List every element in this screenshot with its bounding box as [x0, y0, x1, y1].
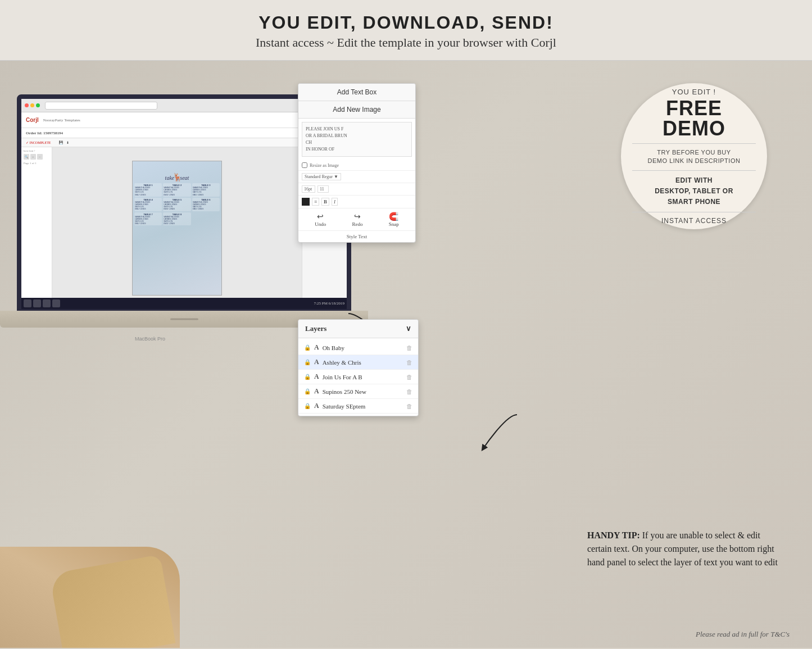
tool-btn-1[interactable]: 🔍	[24, 154, 29, 160]
table-6: TABLE 6 SAMANTHA JONESCARMEN JONESSMITH …	[192, 198, 220, 211]
text-align-btn[interactable]: ≡	[312, 198, 319, 206]
table-1-names: SAMANTHA JONESCARMEN JONESSMITH LYNEMILY…	[135, 187, 161, 196]
taskbar-icon-4	[52, 299, 60, 307]
layer-delete-join-us[interactable]: 🗑	[406, 374, 412, 380]
demo-edit-with: EDIT WITH DESKTOP, TABLET OR SMART PHONE	[655, 175, 733, 208]
demo-instant: INSTANT ACCESS	[661, 217, 727, 225]
order-id: Order Id: 1509758194	[26, 131, 63, 135]
tool-btn-2[interactable]: +	[30, 154, 36, 160]
layer-delete-supinos[interactable]: 🗑	[406, 388, 412, 395]
browser-dot-yellow	[30, 103, 34, 107]
line-height-input[interactable]: 11	[317, 185, 329, 193]
layer-item-join-us[interactable]: 🔒 A Join Us For A B 🗑	[298, 370, 418, 384]
footnote: Please read ad in full for T&C's	[696, 630, 790, 639]
popup-text-preview: PLEASE JOIN US FOR A BRIDAL BRUNCHIN HON…	[306, 126, 408, 153]
layer-name-join-us: Join Us For A B	[323, 374, 403, 380]
table-2: TABLE 2 SAMANTHA JONESCARMEN JONESSMITH …	[163, 183, 190, 197]
layer-item-saturday[interactable]: 🔒 A Saturday SEptem 🗑	[298, 399, 418, 414]
sidebar-label: best font ↑	[24, 149, 49, 152]
editor-popup: Add Text Box Add New Image PLEASE JOIN U…	[298, 83, 416, 243]
demo-divider-2	[632, 170, 756, 171]
table-7: TABLE 7 SAMANTHA JONESCARMEN JONESSMITH …	[134, 212, 162, 226]
layer-delete-oh-baby[interactable]: 🗑	[406, 344, 412, 351]
demo-free-label: FREE DEMO	[632, 98, 756, 139]
layer-lock-ashley: 🔒	[304, 359, 311, 365]
popup-controls: ↩ Undo ↪ Redo 🧲 Snap	[298, 208, 415, 230]
corjl-brand: NoorayParty Templates	[43, 118, 80, 122]
top-banner: YOU EDIT, DOWNLOAD, SEND! Instant access…	[0, 0, 812, 61]
browser-url-bar[interactable]	[45, 102, 157, 110]
layer-item-oh-baby[interactable]: 🔒 A Oh Baby 🗑	[298, 341, 418, 355]
corjl-canvas: 🦌 take a seat TABLE 1 SAMANTHA JONESCARM…	[52, 147, 302, 309]
font-dropdown[interactable]: Standard Regur ▼	[302, 173, 341, 180]
resize-as-image-checkbox[interactable]	[302, 162, 307, 168]
table-5-names: SAMANTHA JONESCARMEN JONESSMITH LYNEMILY…	[164, 201, 190, 211]
table-8-names: SAMANTHA JONESCARMEN JONESSMITH LYNEMILY…	[164, 216, 190, 225]
layer-item-ashley-chris[interactable]: 🔒 A Ashley & Chris 🗑	[298, 355, 418, 370]
layer-lock-oh-baby: 🔒	[304, 344, 311, 351]
hand-bg	[0, 547, 180, 648]
layer-text-icon-supinos: A	[314, 387, 319, 396]
add-new-image-button[interactable]: Add New Image	[298, 101, 415, 119]
layers-header: Layers ∨	[298, 320, 418, 338]
demo-divider-3	[632, 212, 756, 212]
redo-icon: ↪	[352, 212, 362, 221]
layers-panel: Layers ∨ 🔒 A Oh Baby 🗑 🔒 A Ashley & Chri…	[298, 319, 419, 416]
layer-text-icon-oh-baby: A	[314, 343, 319, 352]
italic-btn[interactable]: I	[332, 198, 338, 206]
undo-button[interactable]: ↩ Undo	[315, 212, 326, 227]
banner-main-title: YOU EDIT, DOWNLOAD, SEND!	[11, 12, 801, 33]
layer-item-supinos[interactable]: 🔒 A Supinos 250 New 🗑	[298, 384, 418, 399]
table-4-names: SAMANTHA JONESCARMEN JONESSMITH LYNEMILY…	[135, 201, 161, 211]
layer-text-icon-saturday: A	[314, 402, 319, 410]
toolbar-save[interactable]: 💾	[59, 140, 63, 144]
layer-delete-saturday[interactable]: 🗑	[406, 403, 412, 410]
style-text-row: Style Text	[298, 230, 415, 242]
popup-toolbar-row-1: Standard Regur ▼	[298, 170, 415, 183]
table-6-names: SAMANTHA JONESCARMEN JONESSMITH LYNEMILY…	[193, 201, 219, 211]
handy-tip: HANDY TIP: If you are unable to select &…	[587, 529, 778, 569]
deer-icon: 🦌	[173, 173, 182, 181]
table-5: TABLE 5 SAMANTHA JONESCARMEN JONESSMITH …	[163, 198, 190, 211]
browser-dot-green	[36, 103, 40, 107]
layer-name-supinos: Supinos 250 New	[323, 388, 403, 395]
page-indicator: Page 1 of 1	[24, 162, 49, 165]
browser-dot-red	[25, 103, 29, 107]
popup-toolbar-row-2: 16pt 11	[298, 183, 415, 195]
layers-list: 🔒 A Oh Baby 🗑 🔒 A Ashley & Chris 🗑 🔒 A J…	[298, 338, 418, 416]
tool-btn-3[interactable]: −	[37, 154, 43, 160]
layer-delete-ashley[interactable]: 🗑	[406, 359, 412, 366]
table-4: TABLE 4 SAMANTHA JONESCARMEN JONESSMITH …	[134, 198, 162, 211]
toolbar-status: ✓ INCOMPLETE	[26, 140, 51, 144]
snap-button[interactable]: 🧲 Snap	[389, 212, 399, 227]
sidebar-tools: 🔍 + −	[24, 154, 49, 160]
resize-label: Resize as Image	[310, 163, 339, 168]
handy-tip-label: HANDY TIP:	[587, 530, 640, 540]
layer-name-saturday: Saturday SEptem	[323, 403, 403, 410]
layer-lock-supinos: 🔒	[304, 388, 311, 394]
layer-name-oh-baby: Oh Baby	[323, 344, 403, 351]
popup-text-content: PLEASE JOIN US FOR A BRIDAL BRUNCHIN HON…	[302, 122, 412, 157]
layer-lock-join-us: 🔒	[304, 374, 311, 380]
popup-toolbar-row-3: ≡ B I	[298, 195, 415, 208]
demo-try-before: TRY BEFORE YOU BUY DEMO LINK IN DESCRIPT…	[648, 148, 741, 166]
taskbar-time: 7:25 PM 6/18/2019	[314, 301, 344, 306]
taskbar-icon-1	[24, 299, 31, 307]
taskbar-icon-2	[33, 299, 41, 307]
layer-name-ashley: Ashley & Chris	[323, 359, 403, 366]
bold-btn[interactable]: B	[321, 198, 329, 206]
size-input[interactable]: 16pt	[302, 185, 315, 193]
hand-shape	[49, 555, 176, 648]
layers-title: Layers	[305, 324, 326, 333]
arrow-right	[472, 409, 528, 454]
add-text-box-button[interactable]: Add Text Box	[298, 84, 415, 101]
color-swatch[interactable]	[302, 198, 310, 206]
corjl-logo: Corjl	[26, 117, 39, 123]
laptop-trackpad-line	[170, 319, 198, 320]
redo-button[interactable]: ↪ Redo	[352, 212, 362, 227]
main-content: Corjl NoorayParty Templates Order Id: 15…	[0, 61, 812, 648]
demo-divider-1	[632, 143, 756, 144]
taskbar: 7:25 PM 6/18/2019	[21, 298, 347, 309]
layers-chevron[interactable]: ∨	[406, 324, 411, 333]
toolbar-download[interactable]: ⬇	[66, 140, 69, 144]
